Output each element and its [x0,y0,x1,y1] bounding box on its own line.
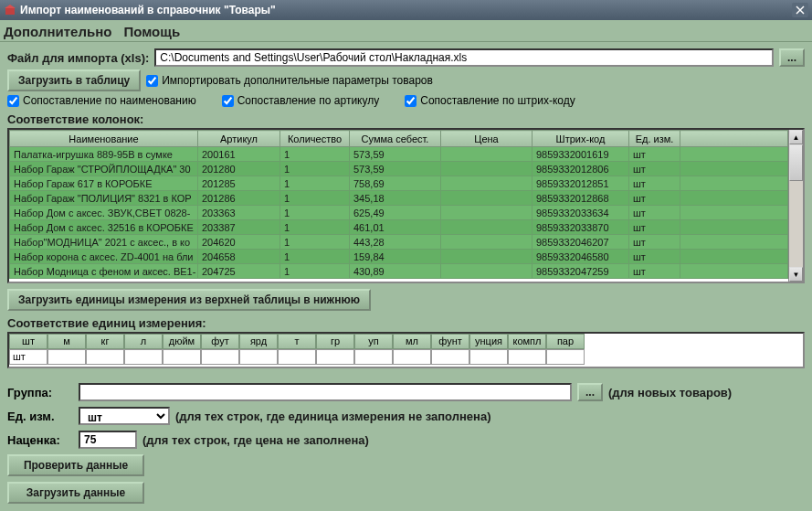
table-row[interactable]: Набор корона с аксес. ZD-4001 на бли2046… [10,250,788,264]
unit-header[interactable]: т [278,334,316,349]
col-header-qty[interactable]: Количество [280,131,350,147]
table-row[interactable]: Набор Дом с аксес. 32516 в КОРОБКЕ203387… [10,220,788,235]
menu-help[interactable]: Помощь [123,22,189,41]
unit-cell[interactable] [431,349,469,365]
table-cell[interactable]: 9859332012806 [533,162,629,176]
file-path-input[interactable] [154,48,774,67]
unit-cell[interactable] [354,349,393,365]
table-cell[interactable]: Набор корона с аксес. ZD-4001 на бли [10,250,198,264]
unit-cell[interactable] [393,349,431,365]
table-cell[interactable]: 573,59 [350,162,441,176]
table-cell[interactable]: 159,84 [350,250,441,264]
load-table-button[interactable]: Загрузить в таблицу [7,69,141,91]
unit-header[interactable]: компл [508,334,546,349]
col-header-sum[interactable]: Сумма себест. [350,131,441,147]
table-cell[interactable]: 1 [280,220,350,235]
col-header-unit[interactable]: Ед. изм. [629,131,680,147]
unit-cell[interactable] [163,349,201,365]
scroll-down-button[interactable]: ▼ [789,267,803,282]
unit-cell[interactable] [278,349,316,365]
table-cell[interactable]: 9859332046207 [533,235,629,250]
menu-extra[interactable]: Дополнительно [4,22,121,41]
table-cell[interactable]: 1 [280,191,350,206]
group-input[interactable] [79,383,572,401]
table-cell[interactable]: шт [629,206,680,220]
table-cell[interactable]: 9859332046580 [533,250,629,264]
col-header-price[interactable]: Цена [441,131,533,147]
unit-header[interactable]: дюйм [163,334,201,349]
table-cell[interactable]: 201280 [198,162,280,176]
table-cell[interactable] [441,162,533,176]
match-name-checkbox[interactable]: Сопоставление по наименованию [7,94,196,107]
unit-cell[interactable] [508,349,546,365]
table-cell[interactable] [441,264,533,279]
scroll-thumb[interactable] [789,144,803,181]
table-cell[interactable]: 1 [280,264,350,279]
table-cell[interactable] [680,264,788,279]
unit-header[interactable]: фут [201,334,239,349]
table-cell[interactable]: 1 [280,147,350,162]
table-row[interactable]: Палатка-игрушка 889-95B в сумке200161157… [10,147,788,162]
table-cell[interactable]: Набор Гараж 617 в КОРОБКЕ [10,176,198,191]
table-cell[interactable]: шт [629,176,680,191]
import-extra-input[interactable] [146,75,158,87]
unit-header[interactable]: ярд [239,334,278,349]
table-cell[interactable]: шт [629,264,680,279]
col-header-name[interactable]: Наименование [10,131,198,147]
table-cell[interactable] [441,147,533,162]
table-cell[interactable]: 201285 [198,176,280,191]
table-cell[interactable]: 200161 [198,147,280,162]
table-cell[interactable] [680,250,788,264]
match-barcode-input[interactable] [405,95,417,107]
table-cell[interactable]: Палатка-игрушка 889-95B в сумке [10,147,198,162]
scroll-up-button[interactable]: ▲ [789,130,803,144]
table-cell[interactable] [680,220,788,235]
table-cell[interactable]: 9859332033634 [533,206,629,220]
table-cell[interactable] [441,176,533,191]
unit-cell[interactable] [469,349,508,365]
table-cell[interactable]: 1 [280,250,350,264]
table-row[interactable]: Набор Гараж "СТРОЙПЛОЩАДКА" 302012801573… [10,162,788,176]
unit-header[interactable]: мл [393,334,431,349]
unit-header[interactable]: шт [9,334,47,349]
unit-header[interactable]: уп [354,334,393,349]
scroll-track[interactable] [789,144,803,267]
table-cell[interactable] [441,191,533,206]
unit-cell[interactable] [239,349,278,365]
table-cell[interactable]: 204725 [198,264,280,279]
table-cell[interactable]: Набор Гараж "ПОЛИЦИЯ" 8321 в КОР [10,191,198,206]
check-button[interactable]: Проверить данные [7,454,144,476]
table-cell[interactable]: шт [629,147,680,162]
unit-header[interactable]: кг [86,334,124,349]
unit-header[interactable]: унция [469,334,508,349]
table-cell[interactable] [441,220,533,235]
table-scrollbar[interactable]: ▲ ▼ [788,130,803,282]
table-cell[interactable]: 1 [280,206,350,220]
table-cell[interactable]: 443,28 [350,235,441,250]
table-cell[interactable]: Набор Гараж "СТРОЙПЛОЩАДКА" 30 [10,162,198,176]
unit-header[interactable]: л [124,334,163,349]
unit-cell[interactable] [86,349,124,365]
match-barcode-checkbox[interactable]: Сопоставление по штрих-коду [405,94,575,107]
table-cell[interactable] [680,206,788,220]
table-cell[interactable]: шт [629,220,680,235]
table-cell[interactable]: 1 [280,176,350,191]
table-cell[interactable]: Набор Дом с аксес. ЗВУК,СВЕТ 0828- [10,206,198,220]
table-cell[interactable]: шт [629,162,680,176]
unit-cell[interactable] [124,349,163,365]
unit-cell[interactable] [546,349,585,365]
upload-button[interactable]: Загрузить данные [7,482,144,504]
table-cell[interactable] [441,206,533,220]
table-cell[interactable]: 204620 [198,235,280,250]
match-name-input[interactable] [7,95,19,107]
unit-header[interactable]: пар [546,334,585,349]
load-units-button[interactable]: Загрузить единицы измерения из верхней т… [7,289,371,311]
table-cell[interactable]: 461,01 [350,220,441,235]
unit-header[interactable]: фунт [431,334,469,349]
table-cell[interactable] [680,162,788,176]
table-row[interactable]: Набор"МОДНИЦА" 2021 с аксес., в ко204620… [10,235,788,250]
table-cell[interactable] [680,176,788,191]
unit-cell[interactable] [316,349,354,365]
table-cell[interactable] [441,235,533,250]
match-article-checkbox[interactable]: Сопоставление по артикулу [222,94,380,107]
